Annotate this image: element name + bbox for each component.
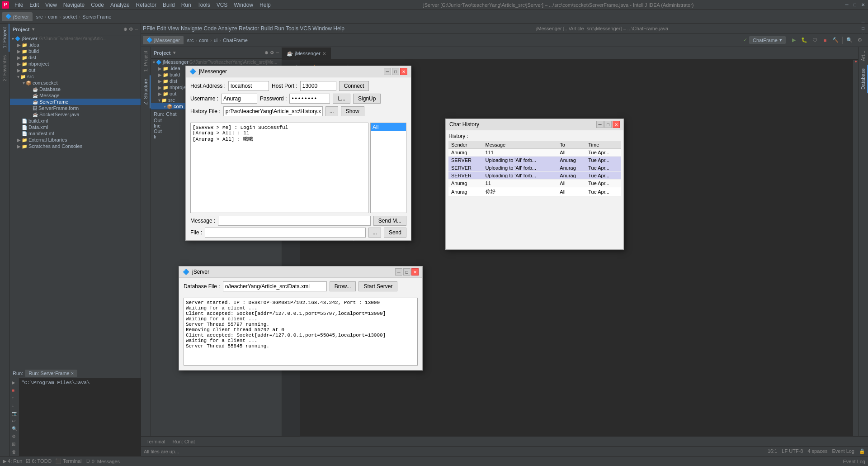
tree-dist[interactable]: ▶ 📁 dist [10,54,141,61]
history-row-3[interactable]: SERVER Uploading to 'All' forb... Anurag… [448,164,621,172]
history-row-1[interactable]: Anurag 111 All Tue Apr... [448,149,621,157]
chat-history-minimize-btn[interactable]: ─ [596,121,604,128]
inner-bc-chatframe[interactable]: ChatFrame [223,38,248,43]
tree-extlibs[interactable]: ▶ 📁 External Libraries [10,137,141,143]
tree-dataxml[interactable]: ▶ 📄 Data.xml [10,124,141,130]
inner-menu-refactor[interactable]: Refactor [239,25,259,32]
history-browse-btn[interactable]: ... [326,106,338,116]
jmessenger-maximize-btn[interactable]: □ [392,68,399,75]
inner-status-linecol[interactable]: 16:1 [768,448,777,454]
inner-tree-root[interactable]: ▾ 🔷 jMessenger G:\JuniorTwo\teacherYang\… [151,59,282,65]
history-row-5[interactable]: Anurag 11 All Tue Apr... [448,180,621,187]
inner-coverage-btn[interactable]: 🛡 [810,36,819,45]
inner-bc-com[interactable]: com [199,38,208,43]
run-wrap-btn[interactable]: ↩ [11,418,18,424]
inner-menu-tools[interactable]: Tools [286,25,298,32]
maximize-button[interactable]: □ [852,2,858,8]
run-layout-btn[interactable]: ⊞ [11,441,18,447]
inner-menu-run[interactable]: Run [274,25,284,32]
connect-button[interactable]: Connect [339,81,369,91]
jmessenger-close-btn[interactable]: ✕ [400,68,407,75]
run-settings-btn[interactable]: ⚙ [11,433,18,440]
panel-icon-gear[interactable]: ⚙ [129,27,133,32]
file-input[interactable] [205,228,366,238]
outer-event-log[interactable]: Event Log [843,459,865,464]
tree-src[interactable]: ▾ 📁 src [10,73,141,80]
password-input[interactable] [289,94,330,104]
inner-stop-btn[interactable]: ■ [821,36,830,45]
tree-serverframe[interactable]: ▶ ☕ ServerFrame [10,99,141,105]
inner-menu-edit[interactable]: Edit [157,25,166,32]
signup-button[interactable]: SignUp [353,94,381,104]
tree-out[interactable]: ▶ 📁 out [10,67,141,73]
tree-nbproject[interactable]: ▶ 📁 nbproject [10,61,141,67]
menu-code[interactable]: Code [88,1,107,9]
editor-tab-chatframe[interactable]: ☕ jMessenger ✕ [282,48,331,59]
menu-file[interactable]: File [12,1,26,9]
db-file-input[interactable] [223,281,327,291]
send-file-btn[interactable]: Send [384,228,406,238]
tree-message[interactable]: ▶ ☕ Message [10,92,141,99]
menu-window[interactable]: Window [231,1,256,9]
inner-bc-ui[interactable]: ui [214,38,218,43]
inner-build2-btn[interactable]: 🔨 [831,36,840,45]
tree-socketserver[interactable]: ▶ ☕ SocketServer.java [10,111,141,118]
inner-menu-file[interactable]: File [146,25,155,32]
outer-status-todo[interactable]: ☑ 6: TODO [26,458,52,464]
tree-buildxml[interactable]: ▶ 📄 build.xml [10,118,141,124]
tree-manifest[interactable]: ▶ 📄 manifest.mf [10,130,141,137]
inner-menu-window[interactable]: Window [312,25,332,32]
username-input[interactable] [221,94,257,104]
tree-idea[interactable]: ▶ 📁 .idea [10,42,141,48]
tree-com-socket[interactable]: ▾ 📦 com.socket [10,80,141,86]
vert-tab-art[interactable]: Art... [859,47,868,65]
menu-edit[interactable]: Edit [27,1,42,9]
breadcrumb-com[interactable]: com [48,14,57,19]
chat-messages[interactable]: [SERVER > Me] : Login Successful [Anurag… [190,123,368,213]
user-item-all[interactable]: All [371,123,406,131]
history-file-input[interactable] [223,106,323,116]
outer-status-run[interactable]: ▶ 4: Run [3,458,22,464]
menu-tools[interactable]: Tools [195,1,213,9]
inner-bottom-terminal[interactable]: Terminal [143,439,169,444]
editor-tab-close[interactable]: ✕ [322,51,326,56]
history-row-2[interactable]: SERVER Uploading to 'All' forb... Anurag… [448,157,621,164]
panel-icon-sync[interactable]: ⊕ [123,27,127,32]
history-row-6[interactable]: Anurag 你好 All Tue Apr... [448,187,621,196]
inner-panel-dropdown[interactable]: ▾ [173,50,175,55]
inner-project-tab-jmessenger[interactable]: 🔷 jMessenger [143,36,184,44]
history-show-btn[interactable]: Show [341,106,364,116]
minimize-button[interactable]: ─ [844,2,850,8]
db-browse-btn[interactable]: Brow... [330,281,356,291]
inner-status-encoding[interactable]: LF UTF-8 [782,448,803,454]
host-address-input[interactable] [228,81,269,91]
jserver-maximize-btn[interactable]: □ [403,268,410,276]
server-log[interactable]: Server started. IP : DESKTOP-SGM081P/192… [184,298,418,366]
inner-menu-build[interactable]: Build [261,25,273,32]
vert-tab-project[interactable]: 1: Project [0,24,9,52]
breadcrumb-src[interactable]: src [36,14,43,19]
run-stop-btn[interactable]: ■ [11,387,18,394]
menu-run[interactable]: Run [179,1,194,9]
inner-panel-settings[interactable]: ⚙ [270,50,274,55]
run-camera-btn[interactable]: 📷 [11,410,18,417]
file-browse-btn[interactable]: ... [368,228,381,238]
inner-status-indent[interactable]: 4 spaces [807,448,827,454]
tree-root-jserver[interactable]: ▾ 🔷 jServer G:\JuniorTwo\teacherYang\Art… [10,35,141,42]
jmessenger-minimize-btn[interactable]: ─ [384,68,391,75]
inner-maximize-btn[interactable]: □ [860,25,866,32]
inner-panel-minimize[interactable]: ─ [276,50,279,55]
host-port-input[interactable] [300,81,336,91]
menu-view[interactable]: View [42,1,60,9]
tree-database[interactable]: ▶ ☕ Database [10,86,141,92]
tree-serverframe-form[interactable]: ▶ 🖼 ServerFrame.form [10,105,141,111]
menu-build[interactable]: Build [160,1,178,9]
outer-project-tab-jserver[interactable]: 🔷 jServer [2,12,33,21]
run-restart-btn[interactable]: ▶ [11,379,18,386]
vert-tab-database[interactable]: Database [859,65,868,93]
inner-event-log-btn[interactable]: Event Log [832,448,854,454]
outer-status-terminal[interactable]: ⬛ Terminal [55,458,81,464]
start-server-btn[interactable]: Start Server [359,281,397,291]
inner-run-btn[interactable]: ▶ [789,36,798,45]
tree-scratches[interactable]: ▶ 📁 Scratches and Consoles [10,143,141,149]
